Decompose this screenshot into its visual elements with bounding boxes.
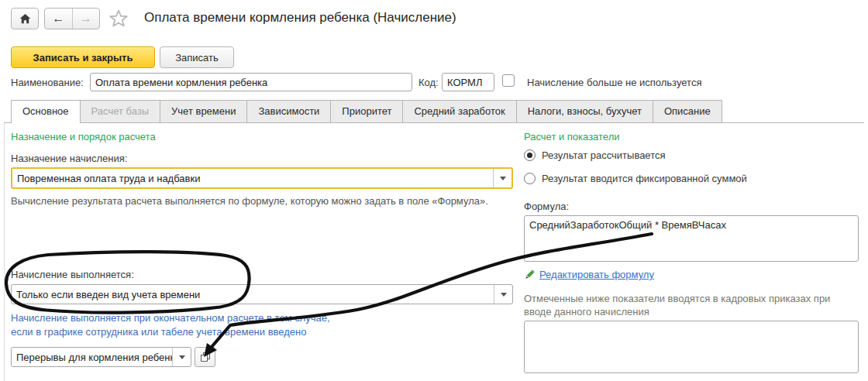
edit-formula-link[interactable]: Редактировать формулу — [539, 269, 654, 280]
tab-bar: Основное Расчет базы Учет времени Зависи… — [11, 100, 722, 123]
name-input[interactable] — [90, 73, 412, 91]
performed-hint-line2: если в графике сотрудника или табеле уче… — [11, 325, 307, 339]
radio-result-calculated-label: Результат рассчитывается — [542, 149, 666, 161]
radio-result-calculated[interactable]: Результат рассчитывается — [524, 149, 666, 161]
purpose-select[interactable]: Повременная оплата труда и надбавки — [11, 167, 513, 189]
section-purpose-title: Назначение и порядок расчета — [11, 131, 156, 142]
panel-left-border — [4, 123, 5, 381]
accrual-card-window: ← → Оплата времени кормления ребенка (На… — [0, 0, 868, 381]
formula-value: СреднийЗаработокОбщий * ВремяВЧасах — [529, 219, 726, 231]
nav-history-group: ← → — [44, 8, 100, 29]
tab-average-earnings[interactable]: Средний заработок — [402, 100, 516, 122]
favorite-star-button[interactable] — [108, 9, 129, 29]
tab-time-tracking[interactable]: Учет времени — [160, 100, 247, 122]
section-calc-title: Расчет и показатели — [524, 131, 620, 142]
star-icon — [110, 11, 126, 26]
not-used-checkbox[interactable] — [502, 74, 515, 87]
home-icon — [19, 13, 31, 24]
performed-label: Начисление выполняется: — [11, 269, 134, 280]
radio-result-fixed[interactable]: Результат вводится фиксированной суммой — [524, 173, 747, 184]
name-label: Наименование: — [11, 77, 84, 88]
save-and-close-label: Записать и закрыть — [33, 52, 133, 64]
page-title: Оплата времени кормления ребенка (Начисл… — [144, 10, 456, 26]
formula-label: Формула: — [524, 201, 569, 212]
tab-description[interactable]: Описание — [653, 100, 722, 122]
chevron-down-icon[interactable] — [493, 169, 512, 187]
purpose-select-value: Повременная оплата труда и надбавки — [12, 173, 493, 184]
tab-priority[interactable]: Приоритет — [330, 100, 403, 122]
radio-selected-icon — [524, 149, 536, 161]
tab-taxes-accounting[interactable]: Налоги, взносы, бухучет — [516, 100, 653, 122]
tab-base-calc[interactable]: Расчет базы — [80, 100, 161, 122]
home-button[interactable] — [11, 8, 39, 29]
time-kind-select[interactable]: Перерывы для кормления ребенк — [11, 347, 191, 367]
pencil-icon — [524, 269, 535, 280]
not-used-label: Начисление больше не используется — [527, 77, 701, 88]
performed-select-value: Только если введен вид учета времени — [12, 289, 494, 300]
edit-formula-row: Редактировать формулу — [524, 269, 654, 280]
open-in-window-icon — [201, 352, 210, 362]
tab-main[interactable]: Основное — [11, 100, 81, 123]
chevron-down-icon[interactable] — [494, 285, 512, 304]
indicators-list[interactable] — [524, 321, 859, 373]
back-icon: ← — [52, 12, 64, 26]
indicators-hint: Отмеченные ниже показатели вводятся в ка… — [524, 292, 860, 318]
save-button[interactable]: Записать — [160, 46, 234, 68]
tab-divider — [4, 122, 864, 123]
purpose-hint: Вычисление результата расчета выполняетс… — [11, 195, 515, 207]
chevron-down-icon[interactable] — [172, 348, 191, 366]
radio-result-fixed-label: Результат вводится фиксированной суммой — [542, 173, 747, 184]
code-input[interactable] — [442, 73, 494, 91]
purpose-label: Назначение начисления: — [11, 153, 127, 164]
back-button[interactable]: ← — [45, 9, 72, 29]
forward-icon: → — [80, 12, 92, 26]
save-label: Записать — [175, 52, 219, 64]
formula-field[interactable]: СреднийЗаработокОбщий * ВремяВЧасах — [524, 215, 859, 262]
tab-dependencies[interactable]: Зависимости — [246, 100, 331, 122]
radio-unselected-icon — [524, 173, 536, 184]
save-and-close-button[interactable]: Записать и закрыть — [11, 46, 155, 68]
time-kind-select-value: Перерывы для кормления ребенк — [12, 352, 172, 363]
forward-button[interactable]: → — [72, 9, 100, 29]
performed-hint-line1: Начисление выполняется при окончательном… — [11, 311, 330, 325]
performed-select[interactable]: Только если введен вид учета времени — [11, 284, 513, 304]
code-label: Код: — [418, 77, 439, 88]
open-time-kind-button[interactable] — [195, 347, 215, 367]
